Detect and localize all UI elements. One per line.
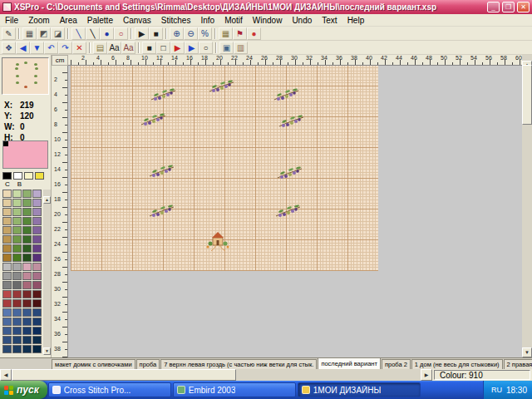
text-small-tool[interactable]: Aa — [121, 42, 135, 54]
palette-swatch[interactable] — [12, 281, 22, 289]
design-preview[interactable] — [2, 57, 49, 95]
full-stitch-tool[interactable]: ▦ — [22, 27, 37, 40]
palette-swatch[interactable] — [12, 190, 22, 198]
palette-swatch[interactable] — [32, 226, 42, 234]
palette-swatch[interactable] — [32, 254, 42, 262]
minimize-button[interactable]: _ — [487, 2, 500, 12]
language-indicator[interactable]: RU — [491, 386, 502, 394]
palette-swatch[interactable] — [2, 327, 12, 335]
palette-swatch[interactable] — [22, 217, 32, 225]
zoom-percent-tool[interactable]: % — [198, 27, 212, 40]
palette-swatch[interactable] — [32, 190, 42, 198]
palette-swatch[interactable] — [22, 254, 32, 262]
palette-swatch[interactable] — [22, 308, 32, 317]
palette-scroll-down-icon[interactable]: ▼ — [43, 347, 51, 355]
design-tab[interactable]: проба — [136, 359, 160, 369]
import-image-tool[interactable]: ▣ — [219, 42, 234, 54]
text-tool[interactable]: Aa — [107, 42, 121, 54]
palette-swatch[interactable] — [2, 199, 12, 207]
zoom-out-tool[interactable]: ⊖ — [184, 27, 198, 40]
rotate-right-tool[interactable]: ↷ — [58, 42, 72, 54]
taskbar-task[interactable]: Cross Stitch Pro... — [48, 382, 171, 397]
palette-swatch[interactable] — [32, 308, 42, 317]
palette-swatch[interactable] — [12, 217, 22, 225]
palette-swatch[interactable] — [2, 308, 12, 317]
design-tab[interactable]: макет домик с оливочками — [52, 359, 135, 369]
palette-swatch[interactable] — [32, 327, 42, 335]
horizontal-scroll-thumb[interactable] — [12, 369, 236, 381]
design-tab[interactable]: проба 2 — [382, 359, 411, 369]
maximize-button[interactable]: ❐ — [502, 2, 515, 12]
palette-swatch[interactable] — [22, 290, 32, 298]
scroll-right-icon[interactable]: ▶ — [421, 369, 432, 381]
palette-swatch[interactable] — [12, 272, 22, 280]
menu-file[interactable]: File — [0, 15, 23, 26]
palette-swatch[interactable] — [12, 345, 22, 353]
design-tab[interactable]: последний вариант — [318, 357, 381, 369]
palette-swatch[interactable] — [12, 308, 22, 317]
scroll-left-icon[interactable]: ◀ — [0, 369, 12, 381]
palette-swatch[interactable] — [2, 190, 12, 198]
quarter-stitch-tool[interactable]: ◪ — [51, 27, 65, 40]
half-stitch-tool[interactable]: ◩ — [37, 27, 51, 40]
palette-scrollbar[interactable]: ▲ ▼ — [43, 190, 51, 355]
palette-swatch[interactable] — [22, 336, 32, 344]
palette-swatch[interactable] — [32, 235, 42, 244]
select-arrow-tool[interactable]: ▶ — [135, 27, 149, 40]
taskbar-task[interactable]: Embird 2003 — [173, 382, 296, 397]
palette-swatch[interactable] — [32, 318, 42, 326]
motif-tool[interactable]: ❖ — [2, 42, 16, 54]
palette-swatch[interactable] — [12, 336, 22, 344]
palette-swatch[interactable] — [32, 199, 42, 207]
palette-editor-tool[interactable]: ▤ — [93, 42, 107, 54]
motif-olive-branch[interactable] — [148, 164, 176, 184]
current-color-swatch[interactable] — [2, 140, 48, 169]
menu-help[interactable]: Help — [342, 15, 370, 26]
palette-swatch[interactable] — [32, 208, 42, 216]
mirror-vertical-tool[interactable]: ▼ — [30, 42, 44, 54]
palette-swatch[interactable] — [2, 272, 12, 280]
flag-tool[interactable]: ⚑ — [233, 27, 247, 40]
bead-tool[interactable]: ○ — [114, 27, 128, 40]
design-tab[interactable]: 1 дом (не весь для стыковки) — [411, 359, 503, 369]
palette-swatch[interactable] — [12, 290, 22, 298]
palette-swatch[interactable] — [22, 318, 32, 326]
grid-toggle[interactable]: ▦ — [219, 27, 233, 40]
palette-swatch[interactable] — [2, 235, 12, 244]
palette-swatch[interactable] — [2, 299, 12, 308]
palette-swatch[interactable] — [32, 263, 42, 271]
palette-swatch[interactable] — [32, 299, 42, 308]
palette-swatch[interactable] — [2, 254, 12, 262]
motif-olive-branch[interactable] — [273, 87, 301, 107]
palette-swatch[interactable] — [22, 299, 32, 308]
french-knot-tool[interactable]: ● — [100, 27, 114, 40]
library-tool[interactable]: ▥ — [234, 42, 248, 54]
palette-swatch[interactable] — [12, 263, 22, 271]
vertical-scroll-thumb[interactable] — [522, 65, 532, 125]
motif-olive-branch[interactable] — [150, 87, 178, 107]
palette-swatch[interactable] — [12, 199, 22, 207]
palette-swatch[interactable] — [12, 226, 22, 234]
motif-olive-branch[interactable] — [278, 114, 306, 134]
delete-tool[interactable]: ✕ — [72, 42, 86, 54]
taskbar-task[interactable]: 1МОИ ДИЗАЙНЫ — [298, 382, 421, 397]
palette-swatch[interactable] — [12, 244, 22, 253]
palette-swatch[interactable] — [22, 263, 32, 271]
stitch-grid-canvas[interactable] — [71, 66, 378, 271]
menu-area[interactable]: Area — [55, 15, 82, 26]
motif-house[interactable] — [204, 229, 232, 255]
menu-zoom[interactable]: Zoom — [23, 15, 55, 26]
palette-swatch[interactable] — [2, 208, 12, 216]
palette-swatch[interactable] — [32, 281, 42, 289]
zoom-in-tool[interactable]: ⊕ — [170, 27, 184, 40]
menu-text[interactable]: Text — [317, 15, 342, 26]
menu-motif[interactable]: Motif — [219, 15, 248, 26]
clock[interactable]: 18:30 — [506, 386, 527, 395]
palette-swatch[interactable] — [32, 244, 42, 253]
mini-swatch[interactable] — [13, 172, 22, 180]
backstitch-tool[interactable]: ╲ — [71, 27, 86, 40]
color-picker-tool[interactable]: ● — [247, 27, 261, 40]
palette-swatch[interactable] — [2, 281, 12, 289]
design-tab[interactable]: 7 верхн левая гроздь (с частью ниж ветки… — [160, 359, 317, 369]
palette-swatch[interactable] — [2, 290, 12, 298]
